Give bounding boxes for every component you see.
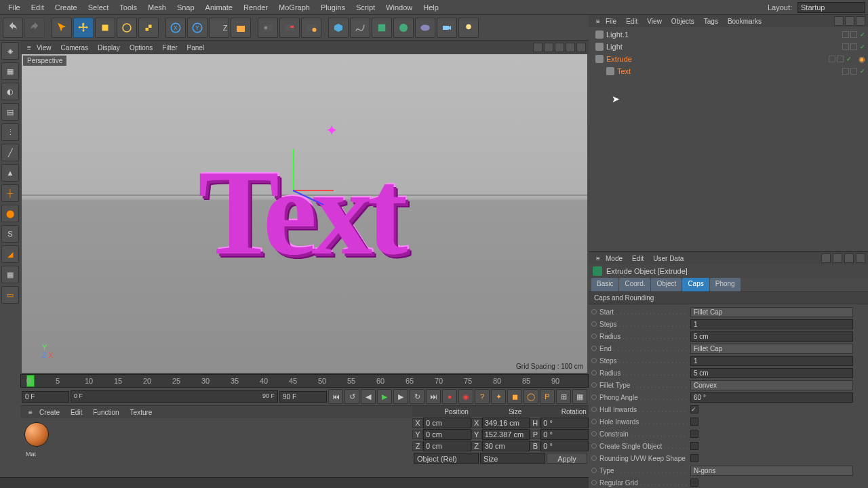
- vis-dot[interactable]: [850, 43, 857, 50]
- edge-mode-button[interactable]: ╱: [1, 144, 19, 161]
- environment-button[interactable]: [415, 18, 435, 38]
- viewport-3d[interactable]: Text ✦ YZ X Grid Spacing : 100 cm: [22, 54, 587, 373]
- key-all-button[interactable]: ▦: [572, 389, 587, 404]
- am-nav-back-icon[interactable]: [821, 253, 831, 263]
- anim-bullet-icon[interactable]: [591, 480, 597, 485]
- vp-nav-icon[interactable]: [533, 43, 542, 52]
- goto-end-button[interactable]: ⏭: [426, 389, 441, 404]
- gizmo-y-axis[interactable]: [293, 149, 294, 190]
- next-frame-button[interactable]: ▶: [393, 389, 408, 404]
- vis-dot[interactable]: [837, 56, 844, 62]
- rotate-tool[interactable]: [117, 18, 137, 38]
- undo-button[interactable]: [3, 18, 23, 38]
- property-dropdown[interactable]: Fillet Cap: [690, 344, 853, 354]
- anim-bullet-icon[interactable]: [591, 309, 597, 314]
- phong-tag-icon[interactable]: ◉: [859, 55, 865, 64]
- axis-mode-button[interactable]: ┼: [1, 184, 19, 202]
- make-editable-button[interactable]: ◈: [1, 42, 19, 60]
- key-scale-button[interactable]: ◼: [507, 389, 522, 404]
- mat-menu-edit[interactable]: Edit: [65, 407, 87, 418]
- vis-dot[interactable]: [850, 31, 857, 38]
- vp-menu-cameras[interactable]: Cameras: [57, 43, 93, 53]
- workplane-snap-button[interactable]: ◢: [1, 245, 19, 263]
- pos-field[interactable]: 0 cm: [423, 418, 471, 428]
- prev-frame-button[interactable]: ◀: [361, 389, 376, 404]
- axis-y-toggle[interactable]: Y: [187, 18, 208, 38]
- vp-nav-icon[interactable]: [544, 43, 553, 52]
- key-pos-button[interactable]: ✦: [491, 389, 506, 404]
- size-field[interactable]: 349.16 cm: [482, 418, 530, 428]
- menu-animate[interactable]: Animate: [200, 1, 238, 14]
- vp-menu-display[interactable]: Display: [94, 43, 124, 53]
- primitive-cube-button[interactable]: [328, 18, 349, 38]
- model-mode-button[interactable]: ▦: [1, 62, 19, 80]
- menu-mograph[interactable]: MoGraph: [273, 1, 315, 14]
- am-nav-fwd-icon[interactable]: [844, 253, 854, 263]
- coord-size-dropdown[interactable]: Size: [480, 453, 545, 464]
- property-number-field[interactable]: 1: [690, 356, 853, 366]
- anim-bullet-icon[interactable]: [591, 346, 597, 351]
- attr-tab[interactable]: Phong: [710, 278, 741, 291]
- lastused-tool[interactable]: [138, 18, 159, 38]
- anim-bullet-icon[interactable]: [591, 382, 597, 388]
- menu-script[interactable]: Script: [351, 1, 380, 14]
- property-dropdown[interactable]: Convex: [690, 380, 853, 390]
- anim-bullet-icon[interactable]: [591, 455, 597, 461]
- text-3d-object[interactable]: Text: [198, 142, 402, 283]
- layer-dot[interactable]: [842, 68, 849, 75]
- coord-system-toggle[interactable]: [231, 18, 251, 38]
- workplane-button[interactable]: ▤: [1, 103, 19, 121]
- om-menu-tags[interactable]: Tags: [699, 16, 723, 26]
- object-tree-item[interactable]: Extrude✓◉: [591, 53, 865, 65]
- vp-menu-panel[interactable]: Panel: [183, 43, 209, 53]
- rot-field[interactable]: 0 °: [540, 441, 589, 451]
- property-checkbox[interactable]: [690, 454, 698, 462]
- select-tool[interactable]: [52, 18, 72, 38]
- anim-bullet-icon[interactable]: [591, 443, 597, 449]
- vp-menu-filter[interactable]: Filter: [158, 43, 181, 53]
- pos-field[interactable]: 0 cm: [423, 429, 471, 440]
- anim-bullet-icon[interactable]: [591, 370, 597, 375]
- scale-tool[interactable]: [95, 18, 115, 38]
- menu-plugins[interactable]: Plugins: [315, 1, 351, 14]
- spline-button[interactable]: [350, 18, 370, 38]
- planar-workplane-button[interactable]: ▭: [1, 286, 19, 304]
- am-lock-icon[interactable]: [856, 253, 865, 263]
- record-button[interactable]: ●: [442, 389, 457, 404]
- menu-edit[interactable]: Edit: [26, 1, 50, 14]
- anim-bullet-icon[interactable]: [591, 321, 597, 327]
- menu-help[interactable]: Help: [418, 1, 444, 14]
- am-nav-up-icon[interactable]: [833, 253, 842, 263]
- move-tool[interactable]: [73, 18, 94, 38]
- menu-file[interactable]: File: [3, 1, 26, 14]
- object-tree-item[interactable]: Light.1✓: [591, 28, 865, 41]
- om-search-icon[interactable]: [834, 16, 844, 26]
- om-menu-view[interactable]: View: [642, 16, 667, 26]
- axis-x-toggle[interactable]: X: [165, 18, 186, 38]
- om-menu-edit[interactable]: Edit: [621, 16, 642, 26]
- anim-bullet-icon[interactable]: [591, 468, 597, 473]
- property-checkbox[interactable]: [690, 405, 698, 413]
- property-dropdown[interactable]: N-gons: [690, 466, 853, 476]
- mat-menu-function[interactable]: Function: [87, 407, 124, 418]
- goto-start-button[interactable]: ⏮: [328, 389, 343, 404]
- vis-dot[interactable]: [850, 68, 857, 75]
- layer-dot[interactable]: [829, 56, 835, 62]
- vp-nav-icon[interactable]: [566, 43, 575, 52]
- menu-render[interactable]: Render: [238, 1, 273, 14]
- next-key-button[interactable]: ↻: [410, 389, 425, 404]
- light-button[interactable]: [458, 18, 479, 38]
- property-dropdown[interactable]: Fillet Cap: [690, 307, 853, 317]
- am-menu-edit[interactable]: Edit: [627, 253, 648, 264]
- vp-menu-options[interactable]: Options: [125, 43, 157, 53]
- object-tree-item[interactable]: Light✓: [591, 41, 865, 53]
- keyframe-button[interactable]: ?: [475, 389, 490, 404]
- gizmo-x-axis[interactable]: [293, 190, 334, 191]
- property-number-field[interactable]: 5 cm: [690, 368, 853, 378]
- generator-button[interactable]: [372, 18, 392, 38]
- attr-tab[interactable]: Object: [651, 278, 682, 291]
- attr-tab[interactable]: Caps: [682, 278, 709, 291]
- am-menu-userdata[interactable]: User Data: [648, 253, 688, 264]
- enable-check-icon[interactable]: ✓: [846, 56, 852, 62]
- deformer-button[interactable]: [393, 18, 414, 38]
